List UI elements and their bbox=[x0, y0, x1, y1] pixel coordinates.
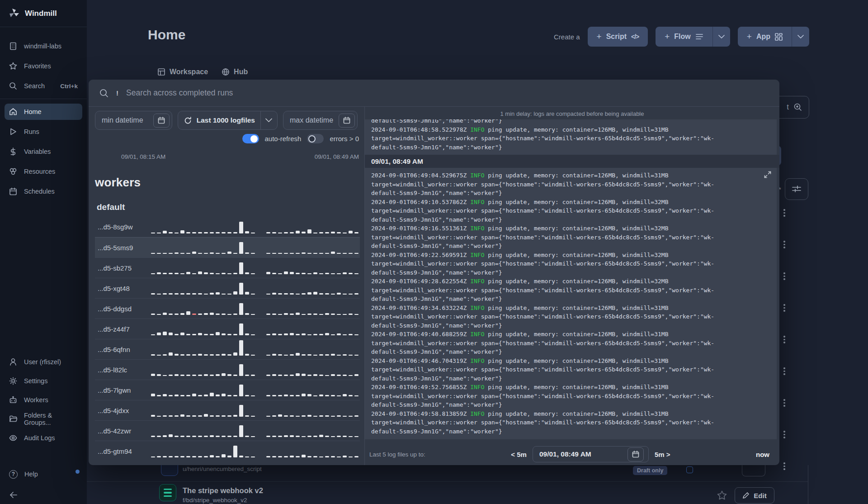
back-5m-button[interactable]: < 5m bbox=[511, 451, 527, 458]
logfiles-select[interactable]: Last 1000 logfiles bbox=[178, 111, 278, 130]
worker-row[interactable]: ...d5-8sg9w bbox=[95, 217, 360, 237]
sparkline-bar bbox=[204, 414, 208, 417]
sparkline-bar bbox=[233, 314, 237, 315]
sparkline-bar bbox=[175, 374, 179, 376]
sparkline-bar bbox=[227, 273, 231, 274]
create-app-button[interactable]: + App bbox=[738, 27, 792, 47]
sidebar-item-runs[interactable]: Runs bbox=[5, 124, 82, 140]
sparkline-bar bbox=[204, 456, 208, 457]
logfiles-caret[interactable] bbox=[260, 111, 277, 129]
row-kebab-menu[interactable] bbox=[781, 241, 788, 248]
sidebar-item-schedules[interactable]: Schedules bbox=[5, 183, 82, 200]
sidebar-item-settings[interactable]: Settings bbox=[5, 373, 82, 389]
footer-datetime-input[interactable]: 09/01, 08:49 AM bbox=[533, 446, 649, 462]
sidebar-item-home[interactable]: Home bbox=[5, 104, 82, 120]
favorite-star-icon[interactable] bbox=[717, 490, 727, 502]
sparkline-bar bbox=[296, 436, 300, 437]
create-flow-button[interactable]: + Flow bbox=[656, 27, 712, 47]
now-button[interactable]: now bbox=[756, 451, 769, 458]
worker-name: ...d5-z44f7 bbox=[98, 325, 151, 333]
sparkline-bar bbox=[354, 436, 359, 437]
calendar-button[interactable] bbox=[339, 114, 355, 128]
app-logo-row[interactable]: Windmill bbox=[0, 0, 87, 27]
flow-icon-tile bbox=[159, 484, 176, 501]
sparkline-bar bbox=[198, 232, 202, 233]
sparkline-bar bbox=[272, 354, 276, 356]
worker-row[interactable]: ...d5-xgt48 bbox=[95, 278, 360, 298]
row-kebab-menu[interactable] bbox=[781, 462, 788, 470]
sidebar-item-resources[interactable]: Resources bbox=[5, 163, 82, 180]
tab-hub[interactable]: Hub bbox=[222, 68, 248, 76]
worker-row[interactable]: ...d5-l82lc bbox=[95, 359, 360, 380]
sidebar-item-folders[interactable]: Folders & Groups... bbox=[5, 411, 82, 427]
worker-row[interactable]: ...d5-7lgwn bbox=[95, 380, 360, 400]
sidebar-item-label: Audit Logs bbox=[24, 434, 55, 442]
sparkline-bar bbox=[313, 272, 317, 274]
calendar-button[interactable] bbox=[153, 114, 170, 128]
log-line: 2024-09-01T06:49:40.688259Z INFO ping up… bbox=[371, 330, 770, 339]
tab-workspace[interactable]: Workspace bbox=[157, 68, 208, 76]
row-kebab-menu[interactable] bbox=[781, 431, 788, 438]
row-kebab-menu[interactable] bbox=[781, 304, 788, 312]
log-line: default-5sms9-Jmn1G","name":"worker"} bbox=[371, 268, 770, 277]
create-script-button[interactable]: + Script </> bbox=[588, 27, 648, 47]
row-kebab-menu[interactable] bbox=[781, 209, 788, 217]
sidebar-item-search[interactable]: Search Ctrl+k bbox=[5, 78, 82, 94]
worker-row[interactable]: ...d5-sb275 bbox=[95, 257, 360, 278]
sparkline-bar bbox=[186, 375, 190, 376]
forward-5m-button[interactable]: 5m > bbox=[655, 451, 670, 458]
max-datetime-input[interactable]: max datetime bbox=[283, 111, 358, 130]
sidebar-item-help[interactable]: ? Help bbox=[5, 466, 82, 482]
log-line: target=windmill_worker::worker span={"ho… bbox=[371, 418, 770, 427]
row-kebab-menu[interactable] bbox=[781, 336, 788, 343]
log-block-current: 2024-09-01T06:49:04.529675Z INFO ping up… bbox=[365, 168, 777, 439]
sparkline-bar bbox=[313, 355, 317, 356]
sidebar-item-workers[interactable]: Workers bbox=[5, 392, 82, 408]
search-runs-modal: ! Search across completed runs min datet… bbox=[89, 80, 779, 465]
worker-row[interactable]: ...d5-6qfnn bbox=[95, 339, 360, 359]
row-kebab-menu[interactable] bbox=[781, 272, 788, 280]
create-flow-caret[interactable] bbox=[712, 27, 730, 47]
sparkline-bar bbox=[216, 273, 220, 274]
worker-row[interactable]: ...d5-z44f7 bbox=[95, 319, 360, 339]
edit-button[interactable]: Edit bbox=[735, 487, 774, 504]
sparkline-bar bbox=[216, 395, 220, 396]
sparkline-bar bbox=[186, 436, 190, 437]
sidebar-item-audit-logs[interactable]: Audit Logs bbox=[5, 430, 82, 446]
folder-icon bbox=[9, 415, 17, 423]
sidebar-item-workspace[interactable]: windmill-labs bbox=[5, 38, 82, 54]
sparkline-bar bbox=[180, 456, 184, 457]
sparkline-bar bbox=[284, 313, 288, 315]
worker-row[interactable]: ...d5-42zwr bbox=[95, 420, 360, 441]
home-icon bbox=[9, 108, 17, 116]
sidebar-item-label: Resources bbox=[24, 168, 55, 175]
create-app-caret[interactable] bbox=[792, 27, 809, 47]
search-input[interactable]: Search across completed runs bbox=[126, 88, 233, 98]
sparkline-bar bbox=[290, 272, 294, 274]
search-icon bbox=[99, 89, 108, 98]
sidebar-collapse-button[interactable] bbox=[5, 487, 82, 503]
filter-settings-button[interactable] bbox=[785, 178, 808, 200]
sparkline-bar bbox=[307, 292, 311, 295]
chevron-down-icon bbox=[797, 35, 804, 39]
sparkline-bar bbox=[331, 294, 335, 295]
row-kebab-menu[interactable] bbox=[781, 367, 788, 375]
worker-row[interactable]: ...d5-4jdxx bbox=[95, 400, 360, 420]
auto-refresh-toggle[interactable] bbox=[242, 134, 259, 143]
sidebar-item-variables[interactable]: Variables bbox=[5, 143, 82, 160]
sidebar-item-favorites[interactable]: Favorites bbox=[5, 58, 82, 74]
expand-icon[interactable] bbox=[764, 171, 771, 178]
errors-toggle[interactable] bbox=[307, 134, 324, 143]
button-fragment[interactable] bbox=[742, 465, 765, 476]
sparkline-bar bbox=[278, 314, 282, 315]
worker-row[interactable]: ...d5-gtm94 bbox=[95, 441, 360, 461]
min-datetime-input[interactable]: min datetime bbox=[95, 111, 172, 130]
sparkline-bar bbox=[331, 436, 335, 437]
calendar-button[interactable] bbox=[627, 447, 644, 461]
worker-row[interactable]: ...d5-5sms9 bbox=[95, 237, 360, 257]
worker-row[interactable]: ...d5-ddgsd bbox=[95, 298, 360, 319]
sidebar-item-user[interactable]: User (rfiszel) bbox=[5, 354, 82, 370]
modal-search-bar[interactable]: ! Search across completed runs bbox=[89, 80, 779, 107]
sparkline-bar bbox=[245, 231, 249, 233]
row-kebab-menu[interactable] bbox=[781, 399, 788, 407]
